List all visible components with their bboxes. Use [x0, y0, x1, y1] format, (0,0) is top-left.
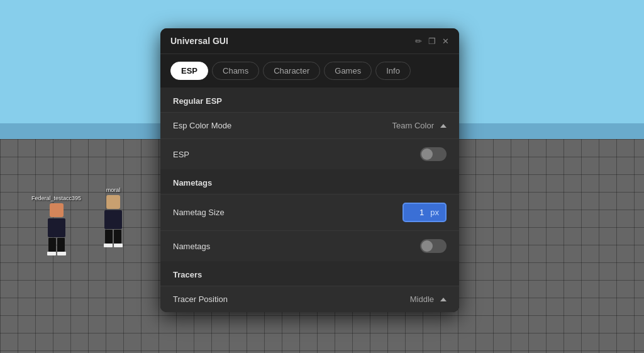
character-federal-foot-right [57, 252, 66, 255]
tab-esp[interactable]: ESP [170, 62, 208, 80]
section-nametags-header: Nametags [160, 169, 459, 194]
character-moral-head [106, 195, 120, 209]
character-federal-nametag: Federal_testacc395 [31, 195, 81, 201]
esp-color-mode-chevron-icon [440, 124, 447, 128]
universal-gui-modal: Universal GUI ✏ ❐ ✕ ESP Chams Character … [160, 28, 459, 312]
nametags-toggle[interactable] [420, 239, 447, 253]
tracer-position-text: Middle [410, 294, 434, 304]
character-moral: moral [104, 187, 123, 247]
setting-row-nametags: Nametags [160, 230, 459, 261]
tab-bar: ESP Chams Character Games Info [160, 54, 459, 87]
nametag-size-input[interactable] [404, 204, 429, 221]
setting-row-tracer-position: Tracer Position Middle [160, 286, 459, 312]
tracer-position-chevron-icon [440, 298, 447, 301]
character-federal-legs [48, 238, 65, 252]
character-moral-foot-left [104, 244, 113, 247]
nametag-size-unit: px [429, 204, 445, 221]
character-moral-nametag: moral [104, 187, 123, 193]
character-federal-body [31, 203, 81, 255]
nametags-label: Nametags [173, 242, 210, 251]
tab-info[interactable]: Info [375, 62, 411, 80]
character-moral-body [104, 195, 123, 247]
tab-chams[interactable]: Chams [212, 62, 259, 80]
setting-row-esp-color-mode: Esp Color Mode Team Color [160, 112, 459, 138]
character-federal-feet [47, 252, 66, 255]
character-federal: Federal_testacc395 [31, 195, 81, 255]
esp-color-mode-value[interactable]: Team Color [392, 121, 447, 130]
close-icon[interactable]: ✕ [442, 36, 449, 46]
character-federal-torso [48, 218, 65, 237]
character-moral-torso [104, 210, 122, 229]
character-moral-feet [104, 244, 123, 247]
setting-row-esp: ESP [160, 138, 459, 169]
character-moral-foot-right [114, 244, 123, 247]
character-federal-head [50, 203, 64, 217]
character-federal-leg-right [57, 238, 65, 252]
tab-games[interactable]: Games [324, 62, 372, 80]
modal-title: Universal GUI [170, 36, 228, 46]
character-federal-foot-left [47, 252, 56, 255]
section-tracers-header: Tracers [160, 261, 459, 286]
nametag-size-input-wrapper: px [402, 203, 447, 222]
character-moral-legs [105, 230, 121, 244]
esp-toggle[interactable] [420, 147, 447, 161]
tracer-position-value[interactable]: Middle [410, 294, 447, 304]
esp-label: ESP [173, 150, 189, 159]
character-moral-leg-right [114, 230, 121, 244]
character-federal-leg-left [48, 238, 56, 252]
esp-color-mode-label: Esp Color Mode [173, 121, 231, 130]
tracer-position-label: Tracer Position [173, 294, 228, 304]
setting-row-nametag-size: Nametag Size px [160, 194, 459, 230]
nametag-size-label: Nametag Size [173, 208, 225, 217]
section-regular-esp-header: Regular ESP [160, 87, 459, 112]
esp-color-mode-text: Team Color [392, 121, 434, 130]
copy-icon[interactable]: ❐ [428, 36, 436, 46]
modal-titlebar: Universal GUI ✏ ❐ ✕ [160, 28, 459, 54]
tab-character[interactable]: Character [263, 62, 320, 80]
modal-content: Regular ESP Esp Color Mode Team Color ES… [160, 87, 459, 312]
edit-icon[interactable]: ✏ [415, 36, 422, 46]
character-moral-leg-left [105, 230, 113, 244]
titlebar-controls: ✏ ❐ ✕ [415, 36, 449, 46]
